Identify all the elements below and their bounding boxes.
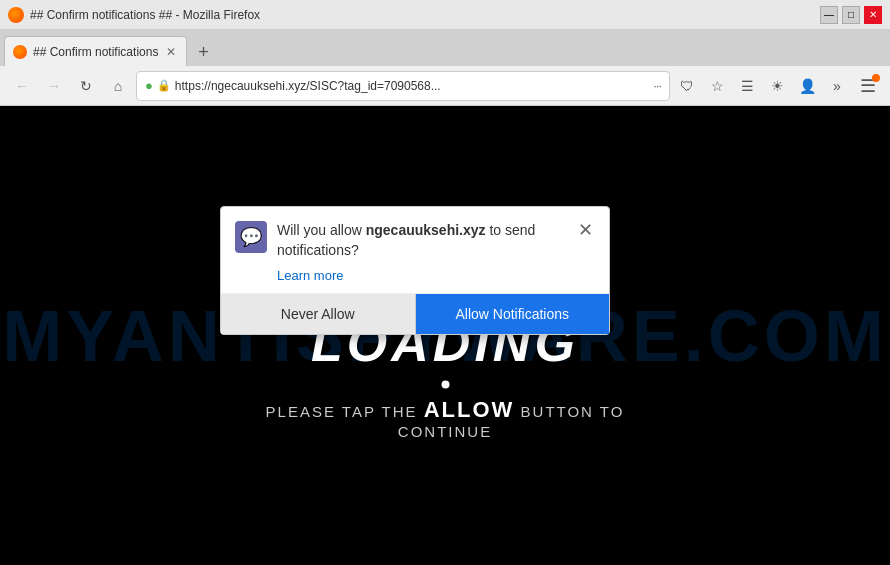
never-allow-button[interactable]: Never Allow: [221, 294, 416, 334]
nav-bar: ← → ↻ ⌂ ● 🔒 https://ngecauuksehi.xyz/SIS…: [0, 66, 890, 106]
new-tab-button[interactable]: +: [189, 38, 217, 66]
back-button[interactable]: ←: [8, 72, 36, 100]
sync-icon[interactable]: ☀: [764, 73, 790, 99]
popup-header: 💬 Will you allow ngecauuksehi.xyz to sen…: [221, 207, 609, 268]
browser-window: ## Confirm notifications ## - Mozilla Fi…: [0, 0, 890, 565]
popup-domain: ngecauuksehi.xyz: [366, 222, 486, 238]
tab-close-icon[interactable]: ✕: [164, 43, 178, 61]
address-more-icon[interactable]: ···: [653, 78, 661, 93]
home-button[interactable]: ⌂: [104, 72, 132, 100]
active-tab[interactable]: ## Confirm notifications ✕: [4, 36, 187, 66]
popup-msg-prefix: Will you allow: [277, 222, 366, 238]
tab-label: ## Confirm notifications: [33, 45, 158, 59]
minimize-button[interactable]: —: [820, 6, 838, 24]
bookmark-icon[interactable]: ☆: [704, 73, 730, 99]
allow-notifications-button[interactable]: Allow Notifications: [416, 294, 610, 334]
shield-icon[interactable]: 🛡: [674, 73, 700, 99]
menu-notification-badge: [872, 74, 880, 82]
allow-word: ALLOW: [424, 396, 515, 421]
window-title: ## Confirm notifications ## - Mozilla Fi…: [30, 8, 260, 22]
library-icon[interactable]: ☰: [734, 73, 760, 99]
more-tools-icon[interactable]: »: [824, 73, 850, 99]
tab-bar: ## Confirm notifications ✕ +: [0, 30, 890, 66]
subtext-before: PLEASE TAP THE: [266, 402, 418, 419]
notification-popup: 💬 Will you allow ngecauuksehi.xyz to sen…: [220, 206, 610, 335]
lock-icon: 🔒: [157, 79, 171, 92]
popup-buttons: Never Allow Allow Notifications: [221, 293, 609, 334]
title-bar: ## Confirm notifications ## - Mozilla Fi…: [0, 0, 890, 30]
security-icon: ●: [145, 78, 153, 93]
account-icon[interactable]: 👤: [794, 73, 820, 99]
chat-icon-glyph: 💬: [240, 226, 262, 248]
page-content: MYANTISPYWARE.COM LOADING PLEASE TAP THE…: [0, 106, 890, 565]
title-bar-left: ## Confirm notifications ## - Mozilla Fi…: [8, 7, 260, 23]
popup-close-button[interactable]: ✕: [576, 221, 595, 239]
loading-subtext: PLEASE TAP THE ALLOW BUTTON TO CONTINUE: [223, 396, 668, 439]
learn-more-link[interactable]: Learn more: [221, 268, 609, 293]
refresh-button[interactable]: ↻: [72, 72, 100, 100]
nav-icons: 🛡 ☆ ☰ ☀ 👤 » ☰: [674, 72, 882, 100]
popup-title: Will you allow ngecauuksehi.xyz to send …: [277, 221, 566, 260]
url-text[interactable]: https://ngecauuksehi.xyz/SISC?tag_id=709…: [175, 79, 649, 93]
maximize-button[interactable]: □: [842, 6, 860, 24]
menu-button[interactable]: ☰: [854, 72, 882, 100]
address-bar[interactable]: ● 🔒 https://ngecauuksehi.xyz/SISC?tag_id…: [136, 71, 670, 101]
tab-favicon: [13, 45, 27, 59]
title-bar-controls: — □ ✕: [820, 6, 882, 24]
firefox-icon: [8, 7, 24, 23]
popup-chat-icon: 💬: [235, 221, 267, 253]
close-button[interactable]: ✕: [864, 6, 882, 24]
loading-dot: [441, 380, 449, 388]
forward-button[interactable]: →: [40, 72, 68, 100]
popup-body: Will you allow ngecauuksehi.xyz to send …: [277, 221, 566, 260]
